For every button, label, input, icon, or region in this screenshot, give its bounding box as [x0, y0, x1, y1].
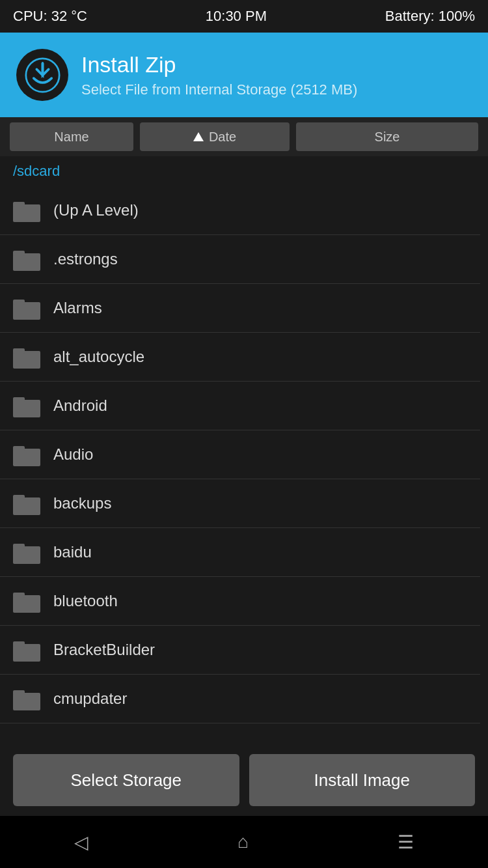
svg-rect-1 [13, 204, 40, 222]
path-bar: /sdcard [0, 156, 488, 186]
file-name: BracketBuilder [53, 641, 155, 659]
list-item[interactable]: Alarms [0, 284, 480, 333]
folder-icon [13, 688, 40, 710]
file-list: (Up A Level) .estrongs Alarms alt_autocy… [0, 186, 480, 744]
folder-icon [13, 395, 40, 417]
menu-button[interactable]: ☰ [378, 825, 433, 860]
folder-icon [13, 639, 40, 662]
list-item[interactable]: .estrongs [0, 235, 480, 284]
time-status: 10:30 PM [206, 8, 267, 25]
folder-icon [13, 492, 40, 515]
file-name: Alarms [53, 299, 102, 317]
svg-rect-9 [13, 400, 40, 417]
sort-bar: Name Date Size [0, 117, 488, 156]
file-name: Audio [53, 445, 93, 464]
folder-icon [13, 297, 40, 320]
svg-rect-11 [13, 449, 40, 466]
bottom-bar: Select Storage Install Image [0, 744, 488, 816]
folder-icon [13, 443, 40, 466]
home-button[interactable]: ⌂ [218, 825, 268, 859]
svg-rect-4 [13, 251, 25, 256]
folder-icon [13, 248, 40, 271]
svg-rect-14 [13, 495, 25, 500]
file-name: backups [53, 494, 111, 512]
sort-arrow-icon [193, 132, 204, 141]
svg-rect-20 [13, 641, 25, 647]
header-text: Install Zip Select File from Internal St… [81, 52, 357, 98]
svg-rect-15 [13, 546, 40, 564]
sort-date-button[interactable]: Date [140, 122, 290, 151]
svg-rect-22 [13, 690, 25, 695]
file-list-container: (Up A Level) .estrongs Alarms alt_autocy… [0, 186, 488, 744]
svg-rect-21 [13, 693, 40, 710]
file-name: baidu [53, 543, 92, 561]
cpu-status: CPU: 32 °C [13, 8, 87, 25]
app-icon [16, 49, 68, 101]
header: Install Zip Select File from Internal St… [0, 33, 488, 117]
header-title: Install Zip [81, 52, 357, 77]
svg-rect-13 [13, 497, 40, 515]
list-item[interactable]: (Up A Level) [0, 186, 480, 235]
svg-rect-7 [13, 351, 40, 369]
folder-icon [13, 590, 40, 613]
select-storage-button[interactable]: Select Storage [13, 754, 239, 806]
folder-icon [13, 199, 40, 222]
list-item[interactable]: Audio [0, 430, 480, 479]
folder-icon [13, 346, 40, 369]
file-name: .estrongs [53, 250, 118, 268]
battery-status: Battery: 100% [385, 8, 475, 25]
svg-rect-12 [13, 446, 25, 451]
current-path: /sdcard [13, 163, 60, 179]
back-button[interactable]: ◁ [55, 825, 108, 860]
sort-size-button[interactable]: Size [296, 122, 478, 151]
list-item[interactable]: cmupdater [0, 675, 480, 723]
nav-bar: ◁ ⌂ ☰ [0, 816, 488, 868]
list-item[interactable]: BracketBuilder [0, 626, 480, 675]
file-name: Android [53, 397, 107, 415]
list-item[interactable]: alt_autocycle [0, 333, 480, 382]
svg-rect-16 [13, 544, 25, 549]
list-item[interactable]: backups [0, 479, 480, 528]
list-item[interactable]: baidu [0, 528, 480, 577]
svg-rect-8 [13, 348, 25, 354]
header-subtitle: Select File from Internal Storage (2512 … [81, 81, 357, 98]
list-item[interactable]: bluetooth [0, 577, 480, 626]
file-name: (Up A Level) [53, 201, 139, 219]
svg-rect-19 [13, 644, 40, 662]
list-item[interactable]: Android [0, 382, 480, 430]
svg-rect-6 [13, 300, 25, 305]
file-name: alt_autocycle [53, 348, 144, 366]
svg-rect-3 [13, 253, 40, 271]
file-name: cmupdater [53, 690, 127, 708]
svg-rect-2 [13, 202, 25, 207]
folder-icon [13, 541, 40, 564]
svg-rect-17 [13, 595, 40, 613]
svg-rect-5 [13, 302, 40, 320]
file-name: bluetooth [53, 592, 118, 610]
status-bar: CPU: 32 °C 10:30 PM Battery: 100% [0, 0, 488, 33]
svg-rect-18 [13, 593, 25, 598]
svg-rect-10 [13, 397, 25, 402]
install-image-button[interactable]: Install Image [249, 754, 476, 806]
sort-name-button[interactable]: Name [10, 122, 133, 151]
